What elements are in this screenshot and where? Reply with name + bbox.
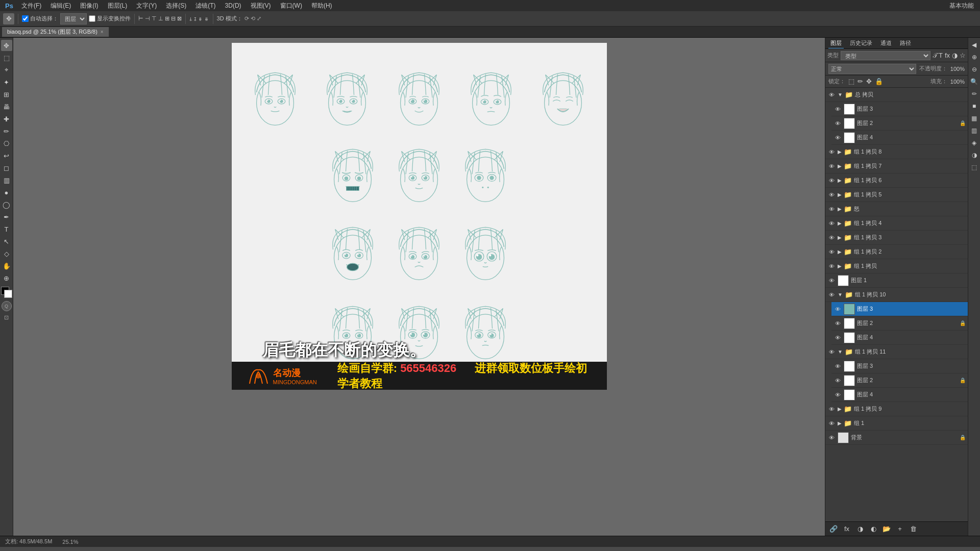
lasso-btn[interactable]: ⌖ (1, 64, 12, 76)
expand-icon[interactable]: ▼ (838, 292, 843, 297)
menu-view[interactable]: 视图(V) (247, 1, 275, 11)
layer-visibility-toggle[interactable]: 👁 (827, 91, 836, 99)
expand-icon[interactable]: ▶ (838, 249, 842, 255)
layer-item[interactable]: 👁 图层 2 🔒 (831, 373, 968, 388)
expand-icon[interactable]: ▶ (838, 149, 842, 155)
expand-icon[interactable]: ▶ (838, 420, 842, 426)
shape-btn[interactable]: ◇ (1, 248, 12, 259)
lock-pixels-btn[interactable]: ✏ (857, 78, 863, 85)
layer-visibility-toggle[interactable]: 👁 (827, 234, 836, 242)
filter-icon[interactable]: 𝒯 (933, 52, 937, 60)
fill-value[interactable]: 100% (950, 79, 965, 85)
blur-btn[interactable]: ● (1, 187, 12, 198)
expand-icon[interactable]: ▼ (838, 92, 843, 97)
move-tool-icon[interactable]: ✥ (3, 13, 14, 24)
gradient-tool-icon[interactable]: ▥ (969, 126, 979, 136)
brush-options-icon[interactable]: ✏ (969, 89, 979, 99)
layer-item[interactable]: 👁 ▶ 📁 组 1 拷贝 3 (825, 231, 968, 245)
dodge-btn[interactable]: ◯ (1, 199, 12, 210)
lock-all-btn[interactable]: 🔒 (875, 78, 883, 85)
layer-item-active[interactable]: 👁 图层 3 (831, 302, 968, 316)
layer-visibility-toggle[interactable]: 👁 (834, 377, 842, 385)
layer-fx-btn[interactable]: fx (842, 524, 852, 534)
new-layer-btn[interactable]: + (895, 524, 905, 534)
expand-icon[interactable]: ▶ (838, 220, 842, 226)
screen-mode-btn[interactable]: ⊡ (4, 314, 9, 321)
magic-wand-btn[interactable]: ✦ (1, 77, 12, 88)
search-icon[interactable]: 🔍 (969, 77, 979, 87)
layer-item[interactable]: 👁 图层 2 🔒 (831, 316, 968, 331)
layer-visibility-toggle[interactable]: 👁 (827, 219, 836, 228)
layer-item[interactable]: 👁 ▶ 📁 组 1 拷贝 5 (825, 188, 968, 202)
layer-visibility-toggle[interactable]: 👁 (827, 262, 836, 270)
layer-visibility-toggle[interactable]: 👁 (827, 277, 836, 285)
gradient-btn[interactable]: ▥ (1, 174, 12, 186)
expand-icon[interactable]: ▶ (838, 235, 842, 240)
layer-item[interactable]: 👁 ▶ 📁 组 1 拷贝 8 (825, 145, 968, 159)
tab-close-btn[interactable]: × (101, 29, 104, 35)
auto-select-checkbox[interactable] (22, 15, 29, 22)
move-tool-btn[interactable]: ✥ (1, 40, 12, 51)
expand-icon[interactable]: ▶ (838, 406, 842, 412)
collapse-icon[interactable]: ◀ (969, 40, 979, 50)
layer-item[interactable]: 👁 图层 4 (831, 388, 968, 402)
basic-function-btn[interactable]: 基本功能 (945, 1, 978, 11)
layer-visibility-toggle[interactable]: 👁 (827, 191, 836, 199)
layer-item[interactable]: 👁 ▶ 📁 组 1 拷贝 (825, 259, 968, 273)
layer-item[interactable]: 👁 图层 4 (831, 131, 968, 145)
layer-item[interactable]: 👁 ▼ 📁 组 1 拷贝 11 (825, 345, 968, 359)
layer-visibility-toggle[interactable]: 👁 (834, 105, 842, 113)
layer-item[interactable]: 👁 图层 4 (831, 331, 968, 345)
layer-item[interactable]: 👁 ▶ 📁 组 1 拷贝 6 (825, 173, 968, 188)
layer-visibility-toggle[interactable]: 👁 (827, 348, 836, 356)
menu-select[interactable]: 选择(S) (162, 1, 190, 11)
swatches-icon[interactable]: ▦ (969, 113, 979, 123)
opacity-value[interactable]: 100% (950, 66, 965, 72)
crop-btn[interactable]: ⊞ (1, 89, 12, 100)
layer-visibility-toggle[interactable]: 👁 (834, 362, 842, 370)
text-filter-icon[interactable]: T (939, 52, 943, 59)
hand-btn[interactable]: ✋ (1, 260, 12, 271)
expand-icon[interactable]: ▶ (838, 178, 842, 183)
layer-visibility-toggle[interactable]: 👁 (834, 334, 842, 342)
layer-mask-btn[interactable]: ◑ (855, 524, 865, 534)
auto-select-select[interactable]: 图层 组 (60, 13, 87, 24)
layer-item[interactable]: 👁 ▶ 📁 组 1 拷贝 2 (825, 245, 968, 259)
tab-paths[interactable]: 路径 (898, 38, 913, 48)
layer-visibility-toggle[interactable]: 👁 (827, 148, 836, 156)
select-rect-btn[interactable]: ⬚ (1, 52, 12, 63)
layer-visibility-toggle[interactable]: 👁 (834, 119, 842, 128)
layer-item[interactable]: 👁 ▶ 📁 组 1 拷贝 7 (825, 159, 968, 173)
menu-layer[interactable]: 图层(L) (104, 1, 132, 11)
delete-layer-btn[interactable]: 🗑 (908, 524, 918, 534)
new-group-btn[interactable]: 📂 (881, 524, 892, 534)
file-tab[interactable]: biaoq.psd @ 25.1% (图层 3, RGB/8) × (2, 27, 109, 37)
history-brush-btn[interactable]: ↩ (1, 150, 12, 161)
layer-type-filter[interactable]: 类型 (841, 51, 930, 60)
layer-visibility-toggle[interactable]: 👁 (834, 319, 842, 328)
blend-mode-select[interactable]: 正常 (828, 64, 916, 74)
layer-visibility-toggle[interactable]: 👁 (834, 134, 842, 142)
menu-edit[interactable]: 编辑(E) (46, 1, 75, 11)
quick-mask-btn[interactable]: Q (2, 301, 12, 311)
color-swatches[interactable] (1, 287, 12, 298)
layer-item[interactable]: 👁 ▶ 📁 怒 (825, 202, 968, 216)
layer-item[interactable]: 👁 图层 2 🔒 (831, 116, 968, 131)
mask-icon[interactable]: ⬚ (969, 162, 979, 172)
menu-filter[interactable]: 滤镜(T) (191, 1, 219, 11)
expand-icon[interactable]: ▶ (838, 192, 842, 197)
text-btn[interactable]: T (1, 223, 12, 235)
menu-text[interactable]: 文字(Y) (132, 1, 161, 11)
show-transform-checkbox[interactable] (89, 15, 95, 22)
zoom-out-icon[interactable]: ⊖ (969, 64, 979, 74)
expand-icon[interactable]: ▶ (838, 206, 842, 212)
layer-visibility-toggle[interactable]: 👁 (827, 291, 836, 299)
tab-channels[interactable]: 通道 (878, 38, 894, 48)
layer-visibility-toggle[interactable]: 👁 (827, 205, 836, 213)
lock-transparent-btn[interactable]: ⬚ (848, 78, 854, 85)
lock-position-btn[interactable]: ✥ (866, 78, 872, 85)
layer-item[interactable]: 👁 图层 1 (825, 273, 968, 288)
layer-visibility-toggle[interactable]: 👁 (827, 248, 836, 256)
brush-btn[interactable]: ✏ (1, 126, 12, 137)
layer-item[interactable]: 👁 ▶ 📁 组 1 拷贝 9 (825, 402, 968, 416)
